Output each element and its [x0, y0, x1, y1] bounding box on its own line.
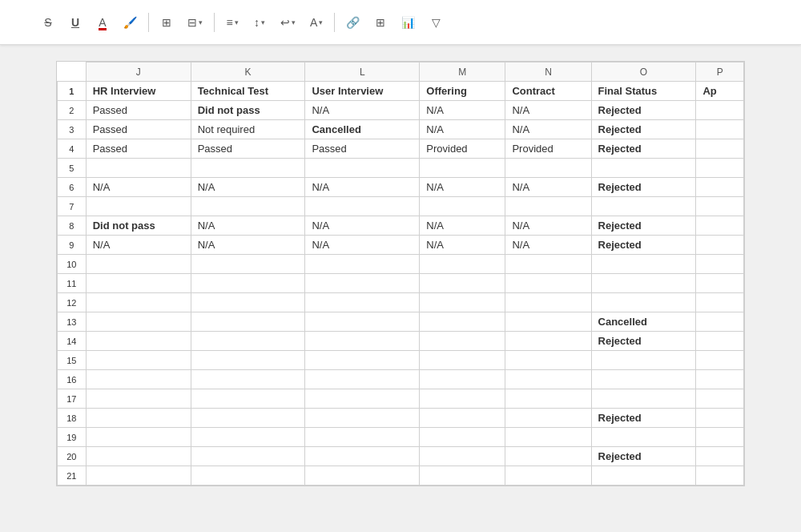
- cell[interactable]: Rejected: [591, 120, 696, 139]
- cell[interactable]: [696, 178, 744, 197]
- cell[interactable]: [86, 389, 191, 409]
- cell[interactable]: [420, 428, 505, 447]
- cell[interactable]: Passed: [191, 139, 305, 159]
- cell[interactable]: [591, 389, 696, 409]
- cell[interactable]: [420, 255, 505, 274]
- cell[interactable]: N/A: [86, 178, 191, 197]
- cell[interactable]: Did not pass: [191, 101, 305, 120]
- cell[interactable]: Cancelled: [305, 120, 420, 139]
- col-header-n[interactable]: N: [505, 62, 591, 82]
- cell[interactable]: [591, 351, 696, 370]
- cell[interactable]: User Interview: [305, 82, 420, 101]
- cell[interactable]: [86, 159, 191, 178]
- cell[interactable]: [305, 274, 420, 293]
- cell[interactable]: N/A: [505, 101, 591, 120]
- cell[interactable]: N/A: [191, 178, 305, 197]
- cell[interactable]: [305, 370, 420, 389]
- cell[interactable]: [696, 120, 744, 139]
- cell[interactable]: N/A: [505, 216, 591, 236]
- cell[interactable]: Ap: [696, 82, 744, 101]
- cell[interactable]: [86, 312, 191, 332]
- cell[interactable]: [591, 293, 696, 312]
- cell[interactable]: [305, 159, 420, 178]
- cell[interactable]: [696, 409, 744, 428]
- cell[interactable]: [86, 428, 191, 447]
- cell[interactable]: [505, 370, 591, 389]
- cell[interactable]: [86, 197, 191, 216]
- cell[interactable]: [305, 409, 420, 428]
- cell[interactable]: [420, 351, 505, 370]
- cell[interactable]: N/A: [191, 236, 305, 255]
- cell[interactable]: [505, 197, 591, 216]
- cell[interactable]: [420, 370, 505, 389]
- cell[interactable]: N/A: [420, 101, 505, 120]
- cell[interactable]: N/A: [191, 216, 305, 236]
- cell[interactable]: [591, 466, 696, 486]
- cell[interactable]: Rejected: [591, 139, 696, 159]
- cell[interactable]: [505, 447, 591, 466]
- italic-button[interactable]: [10, 11, 32, 34]
- cell[interactable]: [191, 197, 305, 216]
- cell[interactable]: [191, 428, 305, 447]
- cell[interactable]: [696, 159, 744, 178]
- cell[interactable]: [420, 332, 505, 351]
- text-dir-button[interactable]: A ▾: [305, 11, 328, 34]
- cell[interactable]: HR Interview: [86, 82, 191, 101]
- cell[interactable]: [305, 332, 420, 351]
- cell[interactable]: [305, 447, 420, 466]
- cell[interactable]: N/A: [505, 236, 591, 255]
- cell[interactable]: [420, 447, 505, 466]
- cell[interactable]: [696, 236, 744, 255]
- cell[interactable]: Did not pass: [86, 216, 191, 236]
- cell[interactable]: Rejected: [591, 236, 696, 255]
- cell[interactable]: [696, 197, 744, 216]
- align-v-button[interactable]: ↕ ▾: [248, 11, 271, 34]
- cell[interactable]: Cancelled: [591, 312, 696, 332]
- cell[interactable]: [696, 351, 744, 370]
- cell[interactable]: [191, 351, 305, 370]
- cell[interactable]: Rejected: [591, 447, 696, 466]
- cell[interactable]: Passed: [305, 139, 420, 159]
- col-header-m[interactable]: M: [420, 62, 505, 82]
- cell[interactable]: [191, 274, 305, 293]
- cell[interactable]: Provided: [420, 139, 505, 159]
- comment-button[interactable]: ⊞: [369, 11, 392, 34]
- cell[interactable]: [696, 370, 744, 389]
- cell[interactable]: [191, 312, 305, 332]
- cell[interactable]: [420, 312, 505, 332]
- filter-button[interactable]: ▽: [425, 11, 447, 34]
- cell[interactable]: [505, 428, 591, 447]
- cell[interactable]: [305, 255, 420, 274]
- cell[interactable]: Final Status: [591, 82, 696, 101]
- cell[interactable]: [420, 293, 505, 312]
- cell[interactable]: [505, 332, 591, 351]
- cell[interactable]: [505, 351, 591, 370]
- cell[interactable]: Technical Test: [191, 82, 305, 101]
- cell[interactable]: N/A: [305, 216, 420, 236]
- cell[interactable]: [420, 159, 505, 178]
- cell[interactable]: [505, 293, 591, 312]
- cell[interactable]: [305, 351, 420, 370]
- cell[interactable]: Passed: [86, 139, 191, 159]
- cell[interactable]: N/A: [505, 120, 591, 139]
- cell[interactable]: [696, 139, 744, 159]
- align-h-button[interactable]: ≡ ▾: [221, 11, 244, 34]
- cell[interactable]: [191, 293, 305, 312]
- cell[interactable]: [696, 274, 744, 293]
- cell[interactable]: Rejected: [591, 409, 696, 428]
- cell[interactable]: Not required: [191, 120, 305, 139]
- col-header-l[interactable]: L: [305, 62, 420, 82]
- cell[interactable]: [86, 351, 191, 370]
- cell[interactable]: [305, 466, 420, 486]
- col-header-j[interactable]: J: [86, 62, 191, 82]
- cell[interactable]: [696, 428, 744, 447]
- cell[interactable]: [191, 389, 305, 409]
- cell[interactable]: [591, 197, 696, 216]
- cell[interactable]: [191, 370, 305, 389]
- col-header-p[interactable]: P: [696, 62, 744, 82]
- cell[interactable]: [86, 370, 191, 389]
- cell[interactable]: N/A: [420, 120, 505, 139]
- cell[interactable]: [696, 216, 744, 236]
- cell[interactable]: [86, 293, 191, 312]
- cell[interactable]: N/A: [420, 236, 505, 255]
